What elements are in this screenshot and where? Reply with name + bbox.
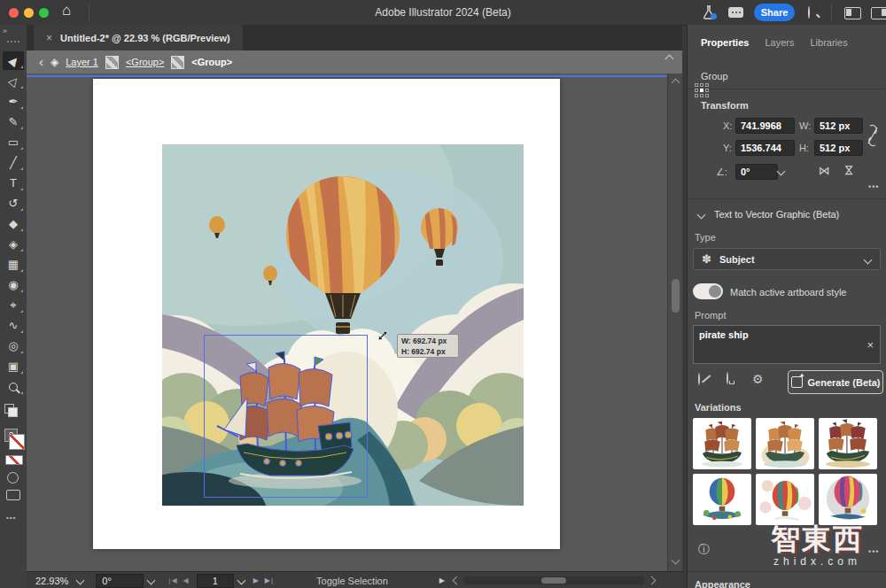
pen-tool[interactable]: ✒ xyxy=(3,92,24,111)
clear-prompt-icon[interactable]: × xyxy=(867,338,874,352)
rectangle-tool[interactable]: ▭ xyxy=(3,133,24,151)
gradient-tool[interactable]: ▦ xyxy=(3,255,24,274)
prompt-input[interactable]: pirate ship × xyxy=(693,325,881,364)
zoom-dropdown-icon[interactable] xyxy=(76,576,85,585)
rotate-tool[interactable]: ↺ xyxy=(3,194,24,213)
warp-tool[interactable]: ∿ xyxy=(3,316,24,335)
breadcrumb-group-link[interactable]: <Group> xyxy=(126,57,164,67)
panel-layout-icon[interactable] xyxy=(871,7,886,19)
settings-gear-icon[interactable]: ⚙ xyxy=(752,372,764,386)
transform-more-options-icon[interactable]: ••• xyxy=(868,182,879,191)
eraser-tool[interactable]: ◆ xyxy=(3,214,24,233)
variation-thumbnail-ship-2[interactable] xyxy=(756,418,814,469)
variations-grid xyxy=(693,418,877,525)
variation-thumbnail-ship-3[interactable] xyxy=(819,418,877,469)
variation-thumbnail-balloon-2[interactable] xyxy=(756,474,814,525)
type-select[interactable]: ✽ Subject xyxy=(693,248,881,270)
curvature-tool[interactable]: ✎ xyxy=(3,112,24,131)
status-play-icon[interactable]: ▶ xyxy=(439,576,445,584)
search-icon[interactable] xyxy=(808,7,810,18)
section-collapse-icon[interactable] xyxy=(697,211,706,220)
variation-thumbnail-balloon-3[interactable] xyxy=(819,474,877,525)
scroll-down-icon[interactable] xyxy=(672,556,680,565)
expand-dock-icon[interactable]: » xyxy=(3,27,6,35)
fill-proxy-swatch[interactable] xyxy=(8,407,18,417)
first-artboard-button[interactable]: |◀ xyxy=(168,576,177,584)
toolbar-grip[interactable] xyxy=(7,41,19,45)
horizontal-scrollbar[interactable] xyxy=(463,576,645,584)
selection-bounding-box[interactable] xyxy=(204,335,368,498)
tab-libraries[interactable]: Libraries xyxy=(810,37,847,58)
variation-thumbnail-ship-1[interactable] xyxy=(693,418,751,469)
draw-mode-icon[interactable] xyxy=(7,472,19,484)
reference-point-locator[interactable] xyxy=(695,83,709,97)
next-artboard-button[interactable]: ▶ xyxy=(253,576,260,584)
tab-layers[interactable]: Layers xyxy=(765,37,794,58)
selection-type-label: Group xyxy=(701,71,728,81)
breadcrumb-layer-link[interactable]: Layer 1 xyxy=(66,57,98,67)
back-icon[interactable]: ‹ xyxy=(39,55,43,68)
ttv-section-title: Text to Vector Graphic (Beta) xyxy=(714,209,839,220)
blend-tool[interactable]: ◉ xyxy=(3,275,24,294)
vertical-scrollbar[interactable] xyxy=(667,74,682,571)
lasso-tool[interactable]: ◈ xyxy=(3,235,24,253)
stroke-none-swatch[interactable] xyxy=(5,455,23,465)
selection-tool[interactable]: ▶ xyxy=(3,51,24,70)
rotation-dropdown-icon[interactable] xyxy=(147,576,156,585)
eyedropper-tool[interactable]: ⌖ xyxy=(3,296,24,314)
last-artboard-button[interactable]: ▶| xyxy=(265,576,274,584)
share-button[interactable]: Share xyxy=(754,4,795,21)
flip-horizontal-icon[interactable]: ⋈ xyxy=(819,164,830,177)
horizontal-scroll-thumb[interactable] xyxy=(541,577,566,584)
y-label: Y: xyxy=(723,143,732,153)
match-artboard-style-toggle[interactable] xyxy=(693,283,723,299)
vertical-scroll-thumb[interactable] xyxy=(672,279,680,313)
scroll-up-icon[interactable] xyxy=(672,79,680,88)
direct-selection-tool[interactable]: ▷ xyxy=(3,72,24,90)
divider xyxy=(831,4,832,21)
w-field[interactable]: 512 px xyxy=(814,118,863,134)
scroll-right-icon[interactable] xyxy=(648,576,657,585)
zoom-level[interactable]: 22.93% xyxy=(35,576,68,586)
variation-thumbnail-balloon-1[interactable] xyxy=(693,474,751,525)
y-field[interactable]: 1536.744 xyxy=(735,140,795,156)
close-tab-icon[interactable]: × xyxy=(46,32,52,44)
x-field[interactable]: 741.9968 xyxy=(735,118,795,134)
tooltip-width: W: 692.74 px xyxy=(401,336,455,346)
paintbrush-tool[interactable]: ╱ xyxy=(3,153,24,172)
document-title: Untitled-2* @ 22.93 % (RGB/Preview) xyxy=(60,33,230,43)
constrain-proportions-icon[interactable] xyxy=(867,124,879,147)
artboard-dropdown-icon[interactable] xyxy=(237,576,245,585)
h-field[interactable]: 512 px xyxy=(814,140,863,156)
document-tab[interactable]: × Untitled-2* @ 22.93 % (RGB/Preview) xyxy=(34,25,243,50)
rotation-field[interactable]: 0° xyxy=(96,574,144,588)
prompt-ideas-icon[interactable] xyxy=(727,373,728,383)
scroll-left-icon[interactable] xyxy=(453,576,462,585)
comments-icon[interactable] xyxy=(728,7,743,18)
zoom-tool[interactable] xyxy=(3,377,24,396)
prompt-value: pirate ship xyxy=(699,329,749,340)
flip-vertical-icon[interactable]: ⋈ xyxy=(843,165,856,176)
type-tool[interactable]: T xyxy=(3,174,24,192)
rotate-angle-icon: ∠: xyxy=(716,166,727,178)
generate-button[interactable]: ✦ Generate (Beta) xyxy=(788,370,883,394)
screen-mode-icon[interactable] xyxy=(6,490,20,500)
angle-field[interactable]: 0° xyxy=(735,164,778,180)
angle-dropdown-icon[interactable] xyxy=(777,167,786,176)
workspace-layout-icon[interactable] xyxy=(844,7,861,19)
style-reference-icon[interactable] xyxy=(698,374,700,384)
fill-none-swatch[interactable] xyxy=(9,434,25,450)
prev-artboard-button[interactable]: ◀ xyxy=(183,576,190,584)
artboard-number-field[interactable]: 1 xyxy=(197,574,234,588)
info-icon[interactable]: ⓘ xyxy=(698,542,710,558)
menu-bar: ⌂ Adobe Illustrator 2024 (Beta) Share xyxy=(0,0,886,26)
shape-builder-tool[interactable]: ◎ xyxy=(3,337,24,355)
more-tools-icon[interactable]: ••• xyxy=(6,514,16,522)
tab-properties[interactable]: Properties xyxy=(701,37,749,58)
w-label: W: xyxy=(799,120,811,131)
variations-more-options-icon[interactable]: ••• xyxy=(868,547,879,556)
canvas-area[interactable]: W: 692.74 px H: 692.74 px xyxy=(27,74,682,571)
illustrator-window: ⌂ Adobe Illustrator 2024 (Beta) Share » … xyxy=(0,0,886,588)
artboard-tool[interactable]: ▣ xyxy=(3,357,24,375)
generate-label: Generate (Beta) xyxy=(808,377,881,388)
